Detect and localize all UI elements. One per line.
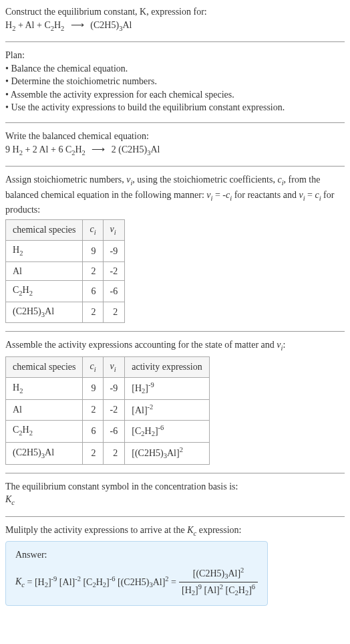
divider [5, 122, 345, 123]
species-cell: (C2H5)3Al [6, 302, 83, 322]
table-header: chemical species ci νi activity expressi… [6, 356, 210, 377]
table-row: C2H2 6 -6 [6, 281, 125, 302]
expr-cell: [C2H2]-6 [125, 420, 209, 442]
vi-cell: -6 [103, 281, 125, 302]
table-row: (C2H5)3Al 2 2 [6, 302, 125, 322]
assign-section: Assign stoichiometric numbers, νi, using… [5, 173, 345, 323]
col-expr: activity expression [125, 356, 209, 377]
table-row: (C2H5)3Al 2 2 [(C2H5)3Al]2 [6, 442, 210, 464]
intro-line1: Construct the equilibrium constant, K, e… [5, 5, 345, 19]
kc-lhs: Kc = [H2]-9 [Al]-2 [C2H2]-6 [(C2H5)3Al]2… [15, 574, 176, 591]
col-species: chemical species [6, 356, 83, 377]
species-cell: C2H2 [6, 420, 83, 442]
kc-equation: Kc = [H2]-9 [Al]-2 [C2H2]-6 [(C2H5)3Al]2… [15, 566, 258, 599]
ci-cell: 2 [83, 302, 103, 322]
divider [5, 166, 345, 167]
intro-section: Construct the equilibrium constant, K, e… [5, 5, 345, 33]
expr-cell: [H2]-9 [125, 378, 209, 400]
col-ci: ci [83, 356, 103, 377]
species-cell: Al [6, 261, 83, 281]
assign-text: Assign stoichiometric numbers, νi, using… [5, 173, 345, 217]
table-row: C2H2 6 -6 [C2H2]-6 [6, 420, 210, 442]
vi-cell: -2 [103, 261, 125, 281]
vi-cell: -6 [103, 420, 125, 442]
multiply-section: Mulitply the activity expressions to arr… [5, 524, 345, 606]
plan-bullet-1: • Balance the chemical equation. [5, 62, 345, 76]
answer-box: Answer: Kc = [H2]-9 [Al]-2 [C2H2]-6 [(C2… [5, 541, 268, 606]
ci-cell: 6 [83, 281, 103, 302]
expr-cell: [Al]-2 [125, 400, 209, 420]
table-header: chemical species ci νi [6, 219, 125, 240]
ci-cell: 2 [83, 442, 103, 464]
plan-title: Plan: [5, 49, 345, 62]
species-cell: H2 [6, 241, 83, 261]
ci-cell: 9 [83, 378, 103, 400]
species-cell: C2H2 [6, 281, 83, 302]
expr-cell: [(C2H5)3Al]2 [125, 442, 209, 464]
vi-cell: -2 [103, 400, 125, 420]
plan-bullet-3: • Assemble the activity expression for e… [5, 88, 345, 102]
assemble-section: Assemble the activity expressions accoun… [5, 338, 345, 465]
symbol-kc: Kc [5, 493, 345, 508]
ci-cell: 9 [83, 241, 103, 261]
fraction-denominator: [H2]9 [Al]2 [C2H2]6 [179, 582, 258, 599]
ci-cell: 2 [83, 261, 103, 281]
divider [5, 41, 345, 42]
answer-label: Answer: [15, 548, 258, 562]
col-vi: νi [103, 219, 125, 240]
divider [5, 473, 345, 473]
table-row: Al 2 -2 [Al]-2 [6, 400, 210, 420]
table-row: Al 2 -2 [6, 261, 125, 281]
intro-equation: H2 + Al + C2H2 ⟶ (C2H5)3Al [5, 19, 345, 33]
vi-cell: 2 [103, 442, 125, 464]
activity-table: chemical species ci νi activity expressi… [5, 356, 210, 465]
fraction-numerator: [(C2H5)3Al]2 [179, 566, 258, 582]
balanced-section: Write the balanced chemical equation: 9 … [5, 130, 345, 158]
species-cell: H2 [6, 378, 83, 400]
balanced-equation: 9 H2 + 2 Al + 6 C2H2 ⟶ 2 (C2H5)3Al [5, 143, 345, 158]
symbol-section: The equilibrium constant symbol in the c… [5, 480, 345, 508]
col-species: chemical species [6, 219, 83, 240]
vi-cell: -9 [103, 241, 125, 261]
plan-section: Plan: • Balance the chemical equation. •… [5, 49, 345, 114]
assemble-text: Assemble the activity expressions accoun… [5, 338, 345, 353]
vi-cell: 2 [103, 302, 125, 322]
vi-cell: -9 [103, 378, 125, 400]
col-vi: νi [103, 356, 125, 377]
kc-fraction: [(C2H5)3Al]2 [H2]9 [Al]2 [C2H2]6 [179, 566, 258, 599]
balanced-title: Write the balanced chemical equation: [5, 130, 345, 143]
table-row: H2 9 -9 [H2]-9 [6, 378, 210, 400]
ci-cell: 2 [83, 400, 103, 420]
stoich-table: chemical species ci νi H2 9 -9 Al 2 -2 C… [5, 219, 125, 324]
symbol-line1: The equilibrium constant symbol in the c… [5, 480, 345, 494]
divider [5, 331, 345, 332]
plan-bullet-4: • Use the activity expressions to build … [5, 101, 345, 114]
species-cell: (C2H5)3Al [6, 442, 83, 464]
col-ci: ci [83, 219, 103, 240]
multiply-text: Mulitply the activity expressions to arr… [5, 524, 345, 538]
species-cell: Al [6, 400, 83, 420]
plan-bullet-2: • Determine the stoichiometric numbers. [5, 75, 345, 88]
ci-cell: 6 [83, 420, 103, 442]
divider [5, 516, 345, 517]
table-row: H2 9 -9 [6, 241, 125, 261]
